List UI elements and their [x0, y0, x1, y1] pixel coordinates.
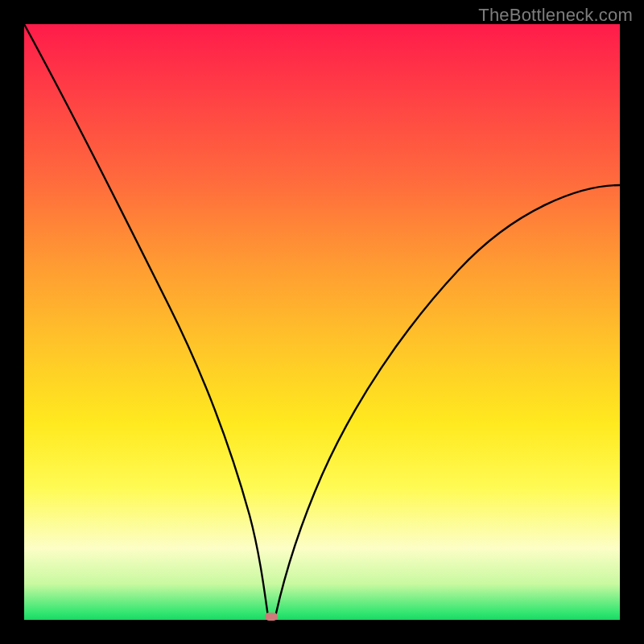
curve-right-branch — [275, 185, 620, 617]
min-marker — [265, 613, 278, 621]
plot-area — [24, 24, 620, 620]
curve-left-branch — [24, 24, 268, 617]
chart-frame: TheBottleneck.com — [0, 0, 644, 644]
watermark-text: TheBottleneck.com — [478, 5, 633, 26]
bottleneck-curve — [24, 24, 620, 620]
